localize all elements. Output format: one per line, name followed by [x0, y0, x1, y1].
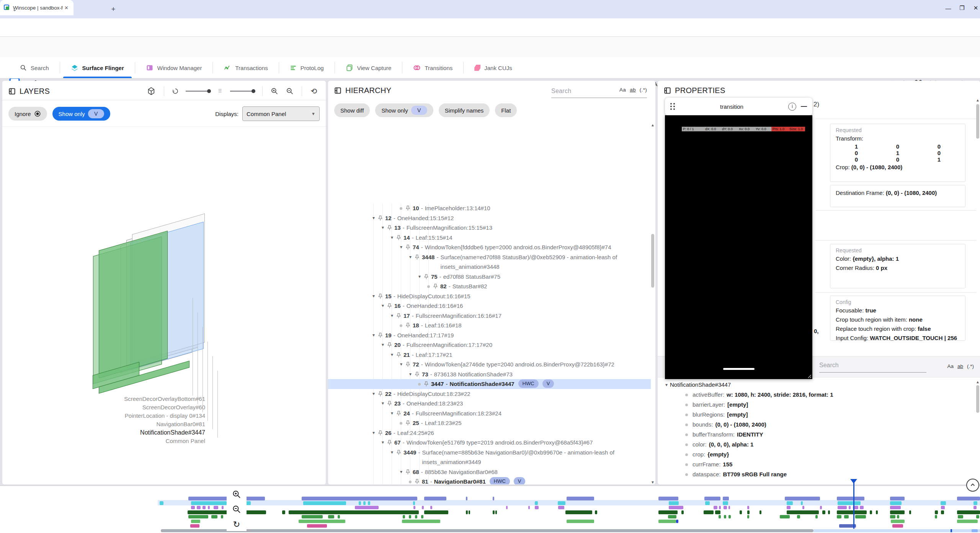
trace-entry-bar[interactable]: [837, 510, 867, 514]
trace-entry-bar[interactable]: [838, 506, 847, 509]
trace-entry-bar[interactable]: [973, 506, 977, 509]
trace-entry-bar[interactable]: [188, 515, 208, 518]
pin-icon[interactable]: [396, 450, 401, 455]
tree-row[interactable]: 81-NavigationBar0#81HWCV: [328, 477, 651, 484]
expand-arrow-icon[interactable]: ▾: [370, 213, 377, 223]
trace-entry-bar[interactable]: [307, 524, 327, 528]
pin-icon[interactable]: [378, 430, 383, 436]
window-restore-button[interactable]: ❐: [956, 2, 968, 14]
trace-entry-bar[interactable]: [447, 510, 448, 514]
expand-arrow-icon[interactable]: ▾: [370, 330, 377, 340]
panel-icon[interactable]: [8, 88, 16, 95]
trace-entry-bar[interactable]: [160, 501, 163, 505]
zoom-in-icon[interactable]: [232, 490, 241, 499]
trace-entry-bar[interactable]: [935, 515, 937, 518]
trace-entry-bar[interactable]: [565, 510, 592, 514]
tree-row[interactable]: ▾24-FullscreenMagnification:18:23#24: [328, 409, 651, 419]
pin-icon[interactable]: [405, 322, 410, 328]
trace-entry-bar[interactable]: [191, 506, 195, 509]
tree-row[interactable]: 25-Leaf:18:23#25: [328, 418, 651, 428]
expand-arrow-icon[interactable]: ▾: [407, 252, 414, 262]
trace-entry-bar[interactable]: [828, 510, 830, 514]
property-item[interactable]: dataspace:BT709 sRGB Full range: [685, 469, 973, 479]
pin-icon[interactable]: [378, 391, 383, 397]
tree-row[interactable]: ▾23-OneHanded:18:23#23: [328, 399, 651, 409]
tab-jank-cujs[interactable]: Jank CUJs: [464, 57, 523, 78]
timeline-canvas[interactable]: [158, 486, 980, 533]
pin-icon[interactable]: [378, 215, 383, 221]
trace-entry-bar[interactable]: [890, 515, 895, 518]
expand-arrow-icon[interactable]: ▾: [407, 370, 414, 379]
trace-entry-bar[interactable]: [676, 520, 678, 523]
match-word-icon[interactable]: ab: [957, 363, 963, 369]
window-close-button[interactable]: ✕: [970, 2, 980, 14]
tree-row[interactable]: ▾67-WindowToken{e5176f9 type=2019 androi…: [328, 438, 651, 448]
displays-select[interactable]: Common Panel▼: [242, 106, 320, 121]
pin-icon[interactable]: [405, 469, 410, 475]
trace-entry-bar[interactable]: [719, 506, 721, 509]
trace-entry-bar[interactable]: [941, 501, 946, 505]
panel-icon[interactable]: [664, 87, 671, 94]
trace-entry-bar[interactable]: [658, 510, 678, 514]
trace-entry-bar[interactable]: [760, 510, 761, 514]
trace-entry-bar[interactable]: [191, 520, 200, 523]
trace-entry-bar[interactable]: [957, 510, 979, 514]
expand-arrow-icon[interactable]: ▾: [379, 340, 386, 350]
trace-entry-bar[interactable]: [870, 510, 872, 514]
trace-entry-bar[interactable]: [191, 501, 227, 505]
pin-icon[interactable]: [387, 303, 392, 309]
tab-window-manager[interactable]: Window Manager: [135, 57, 213, 78]
reset-view-icon[interactable]: ⟲: [308, 87, 320, 96]
layer-label[interactable]: ScreenDecorOverlayBottom#61: [124, 396, 205, 402]
zoom-reset-icon[interactable]: ↻: [233, 520, 240, 530]
trace-entry-bar[interactable]: [785, 497, 820, 500]
match-word-icon[interactable]: ab: [630, 87, 636, 93]
pin-icon[interactable]: [396, 235, 401, 240]
expand-arrow-icon[interactable]: ▾: [370, 428, 377, 438]
rotation-icon[interactable]: [170, 88, 180, 95]
trace-entry-bar[interactable]: [355, 506, 379, 509]
properties-search-input[interactable]: Search: [819, 362, 926, 369]
show-only-button[interactable]: Show onlyV: [375, 103, 433, 117]
pin-icon[interactable]: [424, 274, 429, 280]
trace-entry-bar[interactable]: [973, 501, 977, 505]
zoom-out-icon[interactable]: [284, 87, 296, 95]
zoom-in-icon[interactable]: [269, 87, 280, 95]
trace-entry-bar[interactable]: [363, 501, 366, 505]
trace-entry-bar[interactable]: [558, 501, 565, 505]
trace-entry-bar[interactable]: [558, 506, 564, 509]
pin-icon[interactable]: [396, 410, 401, 416]
collapse-timeline-button[interactable]: [966, 479, 979, 492]
trace-entry-bar[interactable]: [208, 506, 210, 509]
hierarchy-scrollbar[interactable]: ▲ ▼: [651, 123, 655, 484]
trace-entry-bar[interactable]: [820, 506, 822, 509]
property-item[interactable]: crop:{empty}: [685, 450, 973, 459]
regex-icon[interactable]: (.*): [967, 363, 974, 369]
pin-icon[interactable]: [415, 371, 420, 377]
show-only-button[interactable]: Show only V: [52, 107, 110, 121]
pin-icon[interactable]: [433, 283, 438, 289]
tab-transitions[interactable]: Transitions: [402, 57, 463, 78]
pin-icon[interactable]: [415, 479, 420, 484]
trace-entry-bar[interactable]: [837, 497, 864, 500]
trace-entry-bar[interactable]: [469, 510, 470, 514]
trace-entry-bar[interactable]: [421, 515, 423, 518]
trace-entry-bar[interactable]: [299, 520, 345, 523]
trace-entry-bar[interactable]: [797, 515, 800, 518]
resize-handle-icon[interactable]: [806, 373, 812, 378]
trace-entry-bar[interactable]: [892, 524, 903, 528]
trace-entry-bar[interactable]: [402, 520, 440, 523]
trace-entry-bar[interactable]: [723, 501, 728, 505]
trace-entry-bar[interactable]: [941, 506, 945, 509]
trace-entry-bar[interactable]: [747, 506, 749, 509]
trace-entry-bar[interactable]: [413, 506, 415, 509]
trace-entry-bar[interactable]: [415, 515, 417, 518]
trace-entry-bar[interactable]: [976, 515, 979, 518]
minimap-end-cap[interactable]: [972, 529, 978, 532]
tree-row[interactable]: 82-StatusBar#82: [328, 281, 651, 291]
tree-row[interactable]: ▾68-885b63e NavigationBar0#68: [328, 467, 651, 477]
tree-row[interactable]: ▾13-FullscreenMagnification:15:15#13: [328, 223, 651, 233]
window-minimize-button[interactable]: —: [942, 2, 954, 14]
trace-entry-bar[interactable]: [890, 497, 905, 500]
trace-entry-bar[interactable]: [338, 515, 340, 518]
